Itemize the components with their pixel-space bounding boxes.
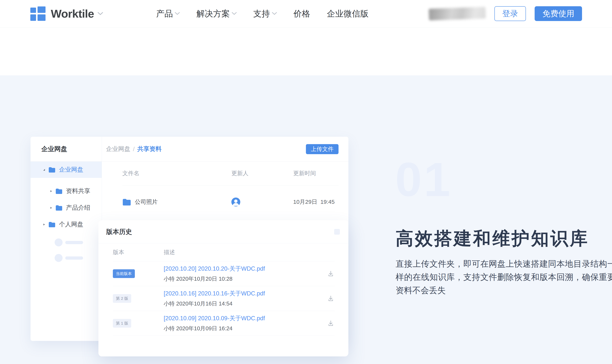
disk-sidebar: 企业网盘 企业网盘 资料共享 <box>30 137 102 341</box>
skeleton-bar <box>65 256 83 260</box>
folder-icon <box>48 221 55 227</box>
modal-body: 版本 描述 当前版本 [2020.10.20] 2020.10.20-关于WDC… <box>98 243 348 336</box>
login-button[interactable]: 登录 <box>494 6 526 21</box>
nav-item-label: 支持 <box>253 8 270 19</box>
updated-time: 10月29日 19:45 <box>293 198 338 206</box>
caret-collapsed-icon[interactable] <box>50 190 52 192</box>
skeleton-placeholder-row <box>30 235 102 250</box>
feature-title: 高效搭建和维护知识库 <box>396 226 589 251</box>
brand-wordmark: Worktile <box>51 7 94 20</box>
feature-index-watermark: 01 <box>395 156 452 203</box>
modal-title: 版本历史 <box>106 227 132 236</box>
brand-logo[interactable]: Worktile <box>30 6 103 21</box>
folder-icon <box>48 167 55 172</box>
version-file-link[interactable]: [2020.10.20] 2020.10.20-关于WDC.pdf <box>164 265 327 273</box>
breadcrumb-root[interactable]: 企业网盘 <box>106 145 130 153</box>
feature-description: 直接上传文件夹，即可在网盘上快速搭建同本地目录结构一样的在线知识库，支持文件删除… <box>396 257 612 297</box>
modal-header: 版本历史 <box>98 220 348 243</box>
caret-collapsed-icon[interactable] <box>43 223 45 226</box>
tree-item-personal-disk[interactable]: 个人网盘 <box>30 216 102 233</box>
upload-file-button[interactable]: 上传文件 <box>306 144 338 154</box>
nav-item-label: 企业微信版 <box>327 8 369 19</box>
nav-item-support[interactable]: 支持 <box>253 8 277 19</box>
version-row: 第 1 版 [2020.10.09] 2020.10.09-关于WDC.pdf … <box>113 311 334 336</box>
tree-item-product-intro[interactable]: 产品介绍 <box>30 199 102 216</box>
column-header-updated-time: 更新时间 <box>293 169 338 177</box>
column-header-filename: 文件名 <box>122 169 231 177</box>
version-row: 当前版本 [2020.10.20] 2020.10.20-关于WDC.pdf 小… <box>113 261 334 286</box>
file-table-header: 文件名 更新人 更新时间 <box>122 162 338 185</box>
caret-expanded-icon[interactable] <box>43 169 45 171</box>
chevron-down-icon <box>175 12 180 15</box>
sidebar-panel-title: 企业网盘 <box>30 137 102 162</box>
folder-icon <box>55 188 62 194</box>
nav-item-pricing[interactable]: 价格 <box>293 8 310 19</box>
column-header-version: 版本 <box>113 248 164 256</box>
version-row: 第 2 版 [2020.10.16] 2020.10.16-关于WDC.pdf … <box>113 286 334 311</box>
nav-item-solutions[interactable]: 解决方案 <box>196 8 237 19</box>
download-button[interactable] <box>327 295 334 302</box>
chevron-down-icon <box>232 12 237 15</box>
top-navigation: Worktile 产品 解决方案 支持 价格 企业微信版 <box>0 0 612 27</box>
chevron-down-icon <box>272 12 277 15</box>
download-button[interactable] <box>327 270 334 277</box>
nav-item-wechat-work[interactable]: 企业微信版 <box>327 8 369 19</box>
nav-right: 登录 免费使用 <box>429 6 582 21</box>
skeleton-circle <box>55 254 63 262</box>
column-header-updater: 更新人 <box>231 169 293 177</box>
version-file-link[interactable]: [2020.10.09] 2020.10.09-关于WDC.pdf <box>164 314 327 322</box>
skeleton-bar <box>65 241 83 244</box>
tree-item-label: 个人网盘 <box>59 220 83 229</box>
page: Worktile 产品 解决方案 支持 价格 企业微信版 <box>0 0 612 364</box>
table-row[interactable]: 公司照片 10月29日 19:45 <box>122 185 338 218</box>
column-header-description: 描述 <box>164 248 334 256</box>
chevron-down-icon <box>97 12 103 15</box>
version-meta: 小特 2020年10月20日 10:28 <box>164 275 327 283</box>
free-trial-button[interactable]: 免费使用 <box>535 6 582 21</box>
modal-corner-icon[interactable] <box>334 229 340 235</box>
caret-collapsed-icon[interactable] <box>50 207 52 209</box>
version-badge: 第 2 版 <box>113 294 131 303</box>
disk-content-header: 企业网盘 / 共享资料 上传文件 <box>102 137 348 162</box>
file-table: 文件名 更新人 更新时间 公司照片 <box>122 162 338 218</box>
version-meta: 小特 2020年10月09日 16:24 <box>164 325 327 332</box>
version-file-link[interactable]: [2020.10.16] 2020.10.16-关于WDC.pdf <box>164 290 327 298</box>
tree-item-label: 企业网盘 <box>59 166 83 174</box>
breadcrumb-current[interactable]: 共享资料 <box>137 145 162 153</box>
folder-icon <box>55 205 62 211</box>
version-table-header: 版本 描述 <box>113 243 334 261</box>
version-badge-current: 当前版本 <box>113 269 135 278</box>
phone-number-redacted <box>429 7 486 20</box>
version-history-modal: 版本历史 版本 描述 当前版本 [2020.10.20] 2020.10.20-… <box>98 220 348 356</box>
tree-item-shared-files[interactable]: 资料共享 <box>30 183 102 199</box>
tree-item-enterprise-disk[interactable]: 企业网盘 <box>30 162 102 178</box>
version-badge: 第 1 版 <box>113 319 131 328</box>
folder-icon <box>122 198 131 206</box>
file-name: 公司照片 <box>135 198 158 206</box>
version-meta: 小特 2020年10月16日 14:54 <box>164 300 327 308</box>
breadcrumb: 企业网盘 / 共享资料 <box>106 145 162 153</box>
nav-item-label: 解决方案 <box>196 8 230 19</box>
avatar <box>231 197 240 207</box>
nav-item-products[interactable]: 产品 <box>156 8 180 19</box>
nav-item-label: 产品 <box>156 8 173 19</box>
breadcrumb-separator: / <box>133 146 135 153</box>
nav-menu: 产品 解决方案 支持 价格 企业微信版 <box>156 8 369 19</box>
nav-item-label: 价格 <box>293 8 310 19</box>
skeleton-placeholder-row <box>30 250 102 266</box>
worktile-logo-icon <box>30 6 45 21</box>
tree-item-label: 资料共享 <box>66 187 90 195</box>
download-button[interactable] <box>327 320 334 327</box>
tree-item-label: 产品介绍 <box>66 204 90 212</box>
skeleton-circle <box>55 238 63 247</box>
